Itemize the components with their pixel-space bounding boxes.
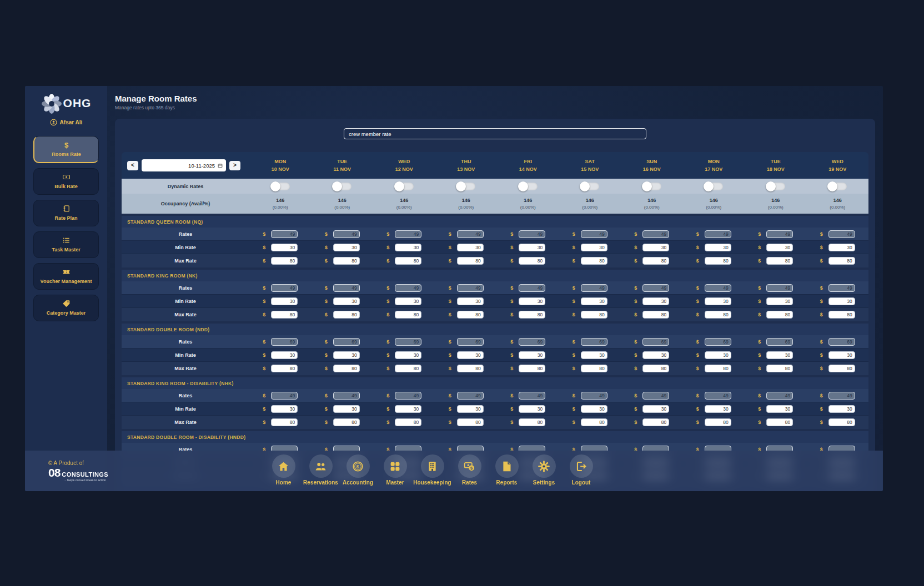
min-input[interactable] <box>642 244 669 251</box>
min-input[interactable] <box>457 351 484 359</box>
min-input[interactable] <box>271 351 298 359</box>
rate-search-input[interactable] <box>344 128 646 139</box>
max-input[interactable] <box>457 257 484 265</box>
dynamic-rates-toggle[interactable] <box>580 183 599 190</box>
max-input[interactable] <box>766 257 793 265</box>
min-input[interactable] <box>457 244 484 251</box>
min-input[interactable] <box>705 244 731 251</box>
max-input[interactable] <box>519 257 545 265</box>
max-input[interactable] <box>828 365 855 372</box>
min-input[interactable] <box>828 405 855 413</box>
min-input[interactable] <box>519 351 545 359</box>
bottom-nav-housekeeping[interactable]: Housekeeping <box>414 454 451 486</box>
min-input[interactable] <box>333 244 360 251</box>
min-input[interactable] <box>395 297 421 305</box>
bottom-nav-home[interactable]: Home <box>265 454 302 486</box>
dynamic-rates-toggle[interactable] <box>395 183 414 190</box>
min-input[interactable] <box>766 405 793 413</box>
max-input[interactable] <box>457 418 484 426</box>
max-input[interactable] <box>828 418 855 426</box>
max-input[interactable] <box>581 257 607 265</box>
min-input[interactable] <box>333 297 360 305</box>
max-input[interactable] <box>395 365 421 372</box>
min-input[interactable] <box>395 405 421 413</box>
max-input[interactable] <box>519 418 545 426</box>
min-input[interactable] <box>395 351 421 359</box>
max-input[interactable] <box>271 365 298 372</box>
min-input[interactable] <box>581 244 607 251</box>
min-input[interactable] <box>581 351 607 359</box>
max-input[interactable] <box>705 365 731 372</box>
min-input[interactable] <box>581 297 607 305</box>
min-input[interactable] <box>642 297 669 305</box>
min-input[interactable] <box>705 405 731 413</box>
max-input[interactable] <box>333 311 360 319</box>
min-input[interactable] <box>766 351 793 359</box>
date-input[interactable]: 10-11-2025 <box>142 159 226 171</box>
max-input[interactable] <box>642 257 669 265</box>
max-input[interactable] <box>395 311 421 319</box>
max-input[interactable] <box>642 418 669 426</box>
user-chip[interactable]: Afsar Ali <box>50 119 83 126</box>
dynamic-rates-toggle[interactable] <box>519 183 538 190</box>
min-input[interactable] <box>705 297 731 305</box>
max-input[interactable] <box>642 365 669 372</box>
sidebar-item-rooms-rate[interactable]: $Rooms Rate <box>33 136 99 163</box>
bottom-nav-master[interactable]: Master <box>376 454 414 486</box>
min-input[interactable] <box>828 297 855 305</box>
max-input[interactable] <box>581 311 607 319</box>
bottom-nav-logout[interactable]: Logout <box>563 454 600 486</box>
max-input[interactable] <box>271 311 298 319</box>
bottom-nav-reports[interactable]: Reports <box>488 454 525 486</box>
bottom-nav-settings[interactable]: Settings <box>525 454 563 486</box>
min-input[interactable] <box>271 297 298 305</box>
prev-date-button[interactable]: < <box>127 161 138 170</box>
dynamic-rates-toggle[interactable] <box>766 183 785 190</box>
max-input[interactable] <box>766 311 793 319</box>
min-input[interactable] <box>271 244 298 251</box>
max-input[interactable] <box>457 311 484 319</box>
max-input[interactable] <box>766 365 793 372</box>
bottom-nav-rates[interactable]: $Rates <box>451 454 488 486</box>
max-input[interactable] <box>271 418 298 426</box>
min-input[interactable] <box>705 351 731 359</box>
min-input[interactable] <box>519 244 545 251</box>
min-input[interactable] <box>333 405 360 413</box>
dynamic-rates-toggle[interactable] <box>642 183 661 190</box>
max-input[interactable] <box>395 257 421 265</box>
sidebar-item-bulk-rate[interactable]: Bulk Rate <box>33 168 99 195</box>
sidebar-item-voucher-management[interactable]: Voucher Management <box>33 263 99 290</box>
min-input[interactable] <box>828 244 855 251</box>
max-input[interactable] <box>581 418 607 426</box>
dynamic-rates-toggle[interactable] <box>456 183 475 190</box>
min-input[interactable] <box>519 297 545 305</box>
max-input[interactable] <box>828 311 855 319</box>
min-input[interactable] <box>828 351 855 359</box>
max-input[interactable] <box>457 365 484 372</box>
sidebar-item-rate-plan[interactable]: Rate Plan <box>33 200 99 226</box>
max-input[interactable] <box>333 257 360 265</box>
min-input[interactable] <box>457 297 484 305</box>
max-input[interactable] <box>333 418 360 426</box>
min-input[interactable] <box>766 297 793 305</box>
min-input[interactable] <box>642 351 669 359</box>
max-input[interactable] <box>519 365 545 372</box>
max-input[interactable] <box>705 418 731 426</box>
max-input[interactable] <box>581 365 607 372</box>
dynamic-rates-toggle[interactable] <box>704 183 723 190</box>
max-input[interactable] <box>705 257 731 265</box>
dynamic-rates-toggle[interactable] <box>828 183 847 190</box>
bottom-nav-reservations[interactable]: Reservations <box>302 454 339 486</box>
min-input[interactable] <box>581 405 607 413</box>
dynamic-rates-toggle[interactable] <box>333 183 351 190</box>
sidebar-item-category-master[interactable]: Category Master <box>33 295 99 321</box>
max-input[interactable] <box>271 257 298 265</box>
bottom-nav-accounting[interactable]: $Accounting <box>339 454 376 486</box>
min-input[interactable] <box>395 244 421 251</box>
min-input[interactable] <box>457 405 484 413</box>
min-input[interactable] <box>519 405 545 413</box>
max-input[interactable] <box>766 418 793 426</box>
max-input[interactable] <box>828 257 855 265</box>
max-input[interactable] <box>705 311 731 319</box>
max-input[interactable] <box>395 418 421 426</box>
